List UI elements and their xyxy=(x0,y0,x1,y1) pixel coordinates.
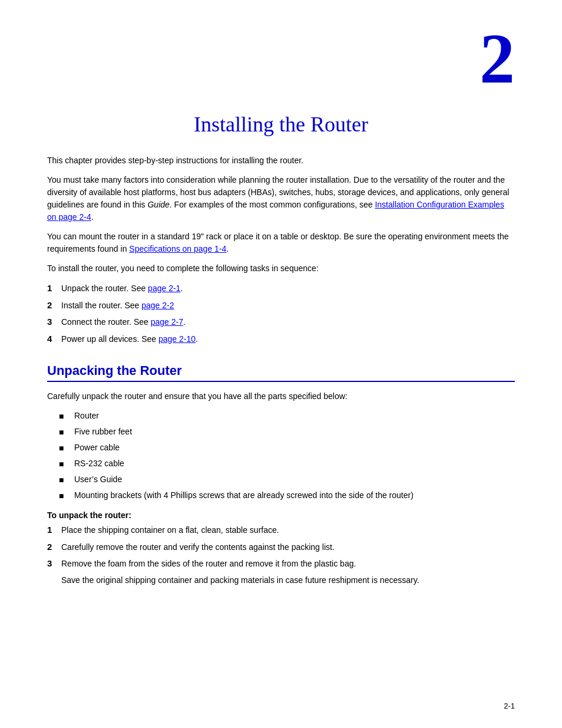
sub-note: Save the original shipping container and… xyxy=(61,574,419,587)
bullet-icon: ■ xyxy=(59,426,71,439)
unpack-step-1: 1 Place the shipping container on a flat… xyxy=(47,523,515,537)
chapter-title: Installing the Router xyxy=(47,112,515,137)
unpack-step-2: 2 Carefully remove the router and verify… xyxy=(47,541,515,554)
task-item-3: 3 Connect the router. See page 2-7. xyxy=(47,315,515,329)
task-item-1: 1 Unpack the router. See page 2-1. xyxy=(47,282,515,295)
unpack-steps-list: 1 Place the shipping container on a flat… xyxy=(47,523,515,587)
intro-paragraph-2: You must take many factors into consider… xyxy=(47,174,515,223)
intro-paragraph-4: To install the router, you need to compl… xyxy=(47,262,515,275)
bullet-icon: ■ xyxy=(59,458,71,470)
task-item-4: 4 Power up all devices. See page 2-10. xyxy=(47,332,515,346)
page-2-7-link[interactable]: page 2-7 xyxy=(151,317,183,327)
bullet-icon: ■ xyxy=(59,490,71,502)
parts-item-power: ■ Power cable xyxy=(59,442,515,454)
parts-item-brackets: ■ Mounting brackets (with 4 Phillips scr… xyxy=(59,489,515,502)
unpacking-intro: Carefully unpack the router and ensure t… xyxy=(47,390,515,403)
page-number: 2-1 xyxy=(504,701,515,710)
bullet-icon: ■ xyxy=(59,442,71,454)
page-2-10-link[interactable]: page 2-10 xyxy=(158,334,196,344)
page: 2 Installing the Router This chapter pro… xyxy=(0,0,562,728)
task-item-2: 2 Install the router. See page 2-2 xyxy=(47,299,515,312)
specifications-link[interactable]: Specifications on page 1-4 xyxy=(129,244,226,253)
parts-item-guide: ■ User’s Guide xyxy=(59,473,515,486)
parts-list: ■ Router ■ Five rubber feet ■ Power cabl… xyxy=(59,410,515,502)
tasks-list: 1 Unpack the router. See page 2-1. 2 Ins… xyxy=(47,282,515,345)
chapter-number: 2 xyxy=(47,24,515,94)
intro-paragraph-1: This chapter provides step-by-step instr… xyxy=(47,154,515,167)
procedure-label: To unpack the router: xyxy=(47,510,515,520)
bullet-icon: ■ xyxy=(59,410,71,423)
page-2-1-link[interactable]: page 2-1 xyxy=(148,284,180,293)
bullet-icon: ■ xyxy=(59,474,71,486)
unpack-step-3: 3 Remove the foam from the sides of the … xyxy=(47,557,515,587)
parts-item-rs232: ■ RS-232 cable xyxy=(59,457,515,470)
parts-item-feet: ■ Five rubber feet xyxy=(59,426,515,439)
page-2-2-link[interactable]: page 2-2 xyxy=(141,301,174,310)
parts-item-router: ■ Router xyxy=(59,410,515,423)
intro-paragraph-3: You can mount the router in a standard 1… xyxy=(47,230,515,255)
unpacking-section-title: Unpacking the Router xyxy=(47,363,515,382)
